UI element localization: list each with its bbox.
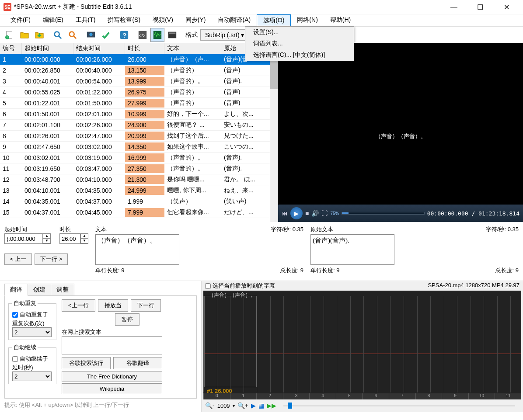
delay-select[interactable]: 2 [12,371,52,381]
spellcheck-icon[interactable] [99,28,113,42]
text-input[interactable]: （声音）（声音）。 [95,234,179,265]
table-row[interactable]: 100:00:00.00000:00:26.00026.000（声音）（声...… [0,54,278,65]
waveform-display[interactable]: （声音）（声音）。 #1 26.000 01234567891011 [203,291,521,399]
table-row[interactable]: 700:02:01.10000:02:26.00024.900很便宜吧？ ...… [0,120,278,131]
new-icon[interactable]: + [3,28,17,42]
visualsync-icon[interactable] [84,28,98,42]
tab-adjust[interactable]: 调整 [51,284,74,296]
prev-button[interactable]: < 上一 [4,253,32,265]
repeat-count-select[interactable]: 2 [12,327,52,337]
video-icon[interactable] [165,28,179,42]
menu-help[interactable]: 帮助(H) [324,14,357,26]
tab-create[interactable]: 创建 [28,284,51,296]
total-length: 总长度: 9 [280,267,303,274]
menu-spellcheck[interactable]: 拼写检查(S) [101,14,146,26]
table-row[interactable]: 400:00:55.02500:01:22.00026.975（声音的）(音声) [0,87,278,98]
table-row[interactable]: 800:02:26.00100:02:47.00020.999找到了这个后...… [0,131,278,142]
wave-forward-icon[interactable]: ▶▶ [267,402,276,409]
prev-row-button[interactable]: <上一行 [62,299,95,312]
table-row[interactable]: 1500:04:37.00100:04:45.0007.999但它看起来像...… [0,207,278,218]
col-number[interactable]: 编号 [0,43,22,54]
total-length2: 总长度: 9 [495,267,519,274]
waveform-icon[interactable] [150,28,164,42]
volume-icon[interactable]: 🔊 [311,210,319,217]
table-row[interactable]: 600:01:50.00100:02:01.00010.999好的，下一个...… [0,109,278,120]
table-row[interactable]: 1200:03:48.70000:04:10.00021.300是你吗 嘿嘿..… [0,174,278,185]
find-icon[interactable] [51,28,65,42]
zoom-out-icon[interactable]: 🔍- [205,402,215,409]
next-row-button[interactable]: 下一行 [131,299,161,312]
progress-bar[interactable] [342,212,424,215]
format-selector[interactable]: SubRip (.srt) ▾ [200,29,249,41]
autorepeat-checkbox[interactable] [12,312,18,318]
fullscreen-icon[interactable]: ⛶ [321,210,328,217]
open-icon[interactable] [17,28,31,42]
menu-network[interactable]: 网络(N) [291,14,324,26]
menu-sync[interactable]: 同步(Y) [179,14,212,26]
svg-text:?: ? [122,31,126,38]
zoom-value: 1009 [217,403,230,409]
menu-edit[interactable]: 编辑(E) [37,14,70,26]
start-time-input[interactable] [4,233,43,244]
menu-options[interactable]: 选项(O) [257,14,291,26]
next-button[interactable]: 下一行 > [35,253,68,265]
line-length2: 单行长度: 9 [310,267,339,274]
wave-grid-icon[interactable]: ▦ [258,402,264,409]
maximize-button[interactable]: ☐ [471,3,489,11]
web-search-input[interactable] [62,336,162,354]
dropdown-language[interactable]: 选择语言(C)... [中文(简体)] [245,49,354,61]
zoom-slider[interactable] [283,405,515,406]
svg-point-3 [55,31,59,36]
table-row[interactable]: 200:00:26.85000:00:40.00013.150（声音的）(音声) [0,65,278,76]
menu-autotranslate[interactable]: 自动翻译(A) [212,14,257,26]
play-button[interactable]: ▶ [290,207,303,219]
dropdown-wordlist[interactable]: 词语列表... [245,38,354,49]
play-current-button[interactable]: 播放当 [98,299,128,312]
autocontinue-checkbox[interactable] [12,356,18,362]
col-text[interactable]: 文本 [164,43,221,54]
text-label: 文本 [95,226,107,233]
table-row[interactable]: 300:00:40.00100:00:54.00013.999（声音的）。(音声… [0,76,278,87]
google-search-button[interactable]: 谷歌搜索该行 [62,357,111,369]
col-end[interactable]: 结束时间 [73,43,125,54]
save-icon[interactable] [32,28,46,42]
wikipedia-button[interactable]: Wikipedia [62,383,162,394]
grid-scrollbar[interactable] [270,54,278,222]
help-icon[interactable]: ? [117,28,131,42]
delay-label: 延时(秒) [12,364,52,371]
menu-video[interactable]: 视频(V) [146,14,179,26]
svg-point-8 [89,33,92,36]
dropdown-settings[interactable]: 设置(S)... [245,27,354,38]
replace-icon[interactable] [66,28,80,42]
col-duration[interactable]: 时长 [125,43,164,54]
start-time-spinner[interactable]: ▲▼ [43,233,51,244]
menu-file[interactable]: 文件(F) [4,14,37,26]
pause-button[interactable]: 暂停 [115,313,139,326]
sourceview-icon[interactable]: </> [136,28,150,42]
minimize-button[interactable]: — [445,3,463,11]
duration-spinner[interactable]: ▲▼ [80,233,88,244]
tfd-button[interactable]: The Free Dictionary [62,371,162,382]
orig-input[interactable]: (音声)(音声). [310,234,394,265]
table-row[interactable]: 1400:04:35.00100:04:37.0001.999（笑声）(笑い声) [0,196,278,207]
duration-input[interactable] [59,233,80,244]
zoom-in-icon[interactable]: 🔍+ [237,402,248,409]
col-start[interactable]: 起始时间 [22,43,73,54]
close-button[interactable]: ✕ [498,3,515,11]
cps2-label: 字符/秒: 0.35 [486,226,519,233]
select-at-playtime-checkbox[interactable] [205,283,211,289]
menu-tools[interactable]: 工具(T) [70,14,102,26]
table-row[interactable]: 1000:03:02.00100:03:19.00016.999（声音的）。(音… [0,153,278,163]
table-row[interactable]: 500:01:22.00100:01:50.00027.999（声音的）(音声) [0,98,278,109]
stop-icon[interactable]: ■ [305,210,309,217]
wave-play-icon[interactable]: ▶ [251,402,256,409]
table-row[interactable]: 1100:03:19.65000:03:47.00027.350（声音的）。(音… [0,163,278,174]
table-row[interactable]: 900:02:47.65000:03:02.00014.350如果这个故事...… [0,142,278,153]
svg-text:+: + [6,35,8,39]
tab-translate[interactable]: 翻译 [4,284,28,296]
skip-back-icon[interactable]: ⏮ [282,210,288,217]
select-at-playtime-label: 选择当前播放时刻的字幕 [213,282,275,290]
table-row[interactable]: 1300:04:10.00100:04:35.00024.999嘿嘿, 你下周.… [0,185,278,196]
video-player[interactable]: （声音）（声音）。 libmpv 2.1 ⏮ ▶ ■ 🔊 ⛶ 75% 00:00… [278,43,523,222]
google-translate-button[interactable]: 谷歌翻译 [113,357,162,369]
